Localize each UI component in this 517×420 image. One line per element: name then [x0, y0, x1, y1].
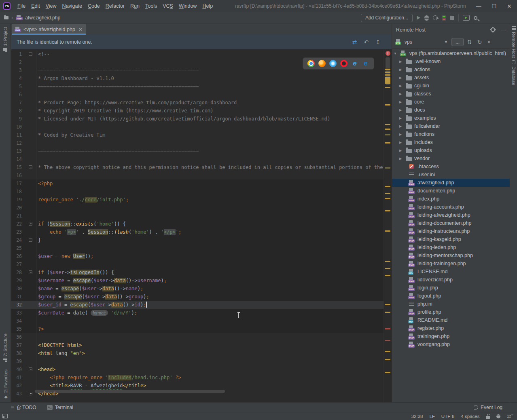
- event-log-button[interactable]: Event Log: [474, 405, 502, 410]
- fold-gutter[interactable]: [22, 260, 36, 268]
- fold-gutter[interactable]: [22, 317, 36, 325]
- fold-marker-icon[interactable]: [29, 165, 32, 169]
- fold-gutter[interactable]: [22, 382, 36, 390]
- run-anything-icon[interactable]: [463, 15, 470, 21]
- fold-gutter[interactable]: [22, 147, 36, 155]
- remote-tree[interactable]: ▼FTPvps (ftp.ambulanceroerveen.nl/public…: [392, 49, 510, 402]
- fold-gutter[interactable]: [22, 341, 36, 349]
- fold-gutter[interactable]: [22, 228, 36, 236]
- tree-item-leiding-leden.php[interactable]: PHPleiding-leden.php: [392, 243, 510, 251]
- tree-item-functions[interactable]: ▶functions: [392, 130, 510, 138]
- menu-help[interactable]: Help: [199, 2, 216, 11]
- fold-gutter[interactable]: [22, 244, 36, 252]
- fold-gutter[interactable]: [22, 179, 36, 188]
- tree-item-leiding-accounts.php[interactable]: PHPleiding-accounts.php: [392, 203, 510, 211]
- tree-item-includes[interactable]: ▶includes: [392, 138, 510, 146]
- coverage-icon[interactable]: [433, 15, 438, 20]
- tree-root-vps[interactable]: ▼FTPvps (ftp.ambulanceroerveen.nl/public…: [392, 49, 510, 57]
- menu-window[interactable]: Window: [176, 2, 199, 11]
- browse-remote-button[interactable]: ...: [451, 38, 464, 46]
- fold-gutter[interactable]: [22, 365, 36, 374]
- menu-run[interactable]: Run: [127, 2, 142, 11]
- tree-item-.well-known[interactable]: ▶.well-known: [392, 57, 510, 65]
- toolwindow-favorites[interactable]: ★ 2: Favorites: [3, 369, 8, 400]
- tree-item-register.php[interactable]: PHPregister.php: [392, 324, 510, 332]
- chevron-collapsed-icon[interactable]: ▶: [399, 68, 403, 72]
- fold-gutter[interactable]: [22, 357, 36, 365]
- chevron-collapsed-icon[interactable]: ▶: [399, 125, 403, 128]
- maximize-button[interactable]: ☐: [486, 0, 502, 12]
- chevron-collapsed-icon[interactable]: ▶: [399, 108, 403, 112]
- fold-gutter[interactable]: [22, 285, 36, 293]
- firefox-browser-icon[interactable]: [318, 60, 326, 67]
- hide-panel-icon[interactable]: —: [501, 27, 506, 33]
- menu-vcs[interactable]: VCS: [160, 2, 176, 11]
- warning-mark[interactable]: [385, 167, 390, 169]
- fold-gutter[interactable]: [22, 374, 36, 382]
- tab-close-icon[interactable]: ✕: [78, 27, 83, 32]
- fold-gutter[interactable]: [22, 139, 36, 147]
- chevron-collapsed-icon[interactable]: ▶: [399, 141, 403, 144]
- horizontal-scrollbar[interactable]: [35, 390, 225, 393]
- fold-gutter[interactable]: [22, 82, 36, 91]
- fold-gutter[interactable]: [22, 123, 36, 131]
- fold-gutter[interactable]: [22, 301, 36, 309]
- warning-mark[interactable]: [385, 372, 390, 373]
- toolwindow-structure[interactable]: 7: Structure: [3, 333, 8, 362]
- fold-gutter[interactable]: [22, 196, 36, 204]
- fold-gutter[interactable]: [22, 91, 36, 99]
- fold-marker-icon[interactable]: [29, 238, 32, 242]
- gear-icon[interactable]: [491, 27, 495, 32]
- menu-edit[interactable]: Edit: [28, 2, 43, 11]
- warning-mark[interactable]: [385, 351, 390, 352]
- warning-mark[interactable]: [385, 87, 390, 88]
- file-encoding[interactable]: UTF-8: [441, 414, 455, 419]
- tree-item-fullcalendar[interactable]: ▶fullcalendar: [392, 122, 510, 130]
- toolwindow-toggle-icon[interactable]: [2, 414, 8, 418]
- fold-gutter[interactable]: [22, 212, 36, 220]
- line-ending[interactable]: LF: [429, 414, 434, 419]
- safari-browser-icon[interactable]: [329, 60, 337, 67]
- fold-gutter[interactable]: [22, 276, 36, 285]
- fold-gutter[interactable]: [22, 171, 36, 179]
- run-icon[interactable]: [417, 16, 420, 20]
- refresh-icon[interactable]: ↻: [477, 39, 482, 45]
- warning-mark[interactable]: [385, 261, 390, 262]
- warning-mark[interactable]: [385, 304, 390, 305]
- tree-item-examples[interactable]: ▶examples: [392, 114, 510, 122]
- warning-mark[interactable]: [385, 268, 390, 269]
- chevron-collapsed-icon[interactable]: ▶: [399, 116, 403, 120]
- ie-browser-icon[interactable]: e: [351, 60, 358, 67]
- chevron-collapsed-icon[interactable]: ▶: [399, 84, 403, 88]
- menu-refactor[interactable]: Refactor: [103, 2, 127, 11]
- close-panel-icon[interactable]: ×: [487, 39, 490, 45]
- caret-position[interactable]: 32:38: [411, 414, 423, 419]
- tree-item-afwezigheid.php[interactable]: PHPafwezigheid.php: [392, 179, 510, 187]
- tree-item-profile.php[interactable]: PHPprofile.php: [392, 308, 510, 316]
- chevron-collapsed-icon[interactable]: ▶: [399, 60, 403, 63]
- tree-item-php.ini[interactable]: php.ini: [392, 300, 510, 308]
- error-stripe[interactable]: !: [384, 49, 392, 402]
- warning-mark[interactable]: [385, 275, 390, 276]
- tree-item-index.php[interactable]: PHPindex.php: [392, 195, 510, 203]
- fold-gutter[interactable]: [22, 66, 36, 74]
- fold-marker-icon[interactable]: [29, 367, 32, 371]
- search-everywhere-icon[interactable]: [474, 16, 477, 20]
- fold-gutter[interactable]: [22, 50, 36, 58]
- tree-item-leiding-instructeurs.php[interactable]: PHPleiding-instructeurs.php: [392, 227, 510, 235]
- tree-item-classes[interactable]: ▶classes: [392, 90, 510, 98]
- warning-mark[interactable]: [385, 186, 390, 187]
- fold-gutter[interactable]: [22, 74, 36, 82]
- tree-item-trainingen.php[interactable]: PHPtrainingen.php: [392, 332, 510, 340]
- fold-gutter[interactable]: [22, 204, 36, 212]
- toolwindow-project[interactable]: 1: Project: [3, 27, 8, 51]
- server-selector[interactable]: FTP vps ▼: [395, 39, 448, 45]
- fold-gutter[interactable]: [22, 309, 36, 317]
- tree-item-logout.php[interactable]: PHPlogout.php: [392, 292, 510, 300]
- chevron-collapsed-icon[interactable]: ▶: [399, 76, 403, 80]
- warning-mark[interactable]: [385, 124, 390, 125]
- warning-mark[interactable]: [385, 129, 390, 130]
- undo-icon[interactable]: ↶: [364, 39, 369, 45]
- warning-mark[interactable]: [385, 198, 390, 199]
- warning-mark[interactable]: [385, 312, 390, 313]
